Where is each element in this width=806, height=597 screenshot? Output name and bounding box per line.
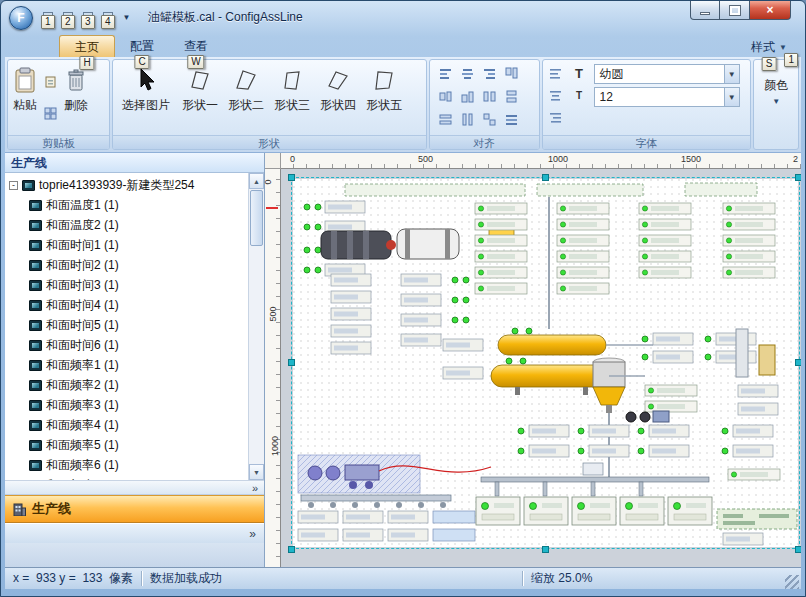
tab-home[interactable]: 主页H	[59, 35, 115, 57]
quick-access-button-1[interactable]: 1	[39, 9, 57, 27]
scada-diagram[interactable]	[293, 179, 798, 547]
shape-2-button[interactable]: 形状二	[223, 61, 269, 134]
chevron-down-icon[interactable]: ▼	[724, 88, 739, 106]
tab-view[interactable]: 查看W	[169, 35, 223, 57]
tree-item[interactable]: 和面时间3 (1)	[5, 275, 248, 295]
tree-item[interactable]: 和面频率3 (1)	[5, 395, 248, 415]
align-top-button[interactable]	[502, 64, 521, 83]
group-label-align: 对齐	[430, 135, 539, 149]
shape-1-button[interactable]: 形状一	[177, 61, 223, 134]
app-menu-button[interactable]: F	[9, 6, 33, 30]
text-align-center-button[interactable]	[546, 86, 565, 105]
tree-item[interactable]: 和面加水量 (1)	[5, 475, 248, 480]
selection-handle-top-right[interactable]	[795, 174, 801, 181]
grid-snap-button[interactable]	[502, 110, 521, 129]
scroll-track[interactable]	[249, 247, 264, 464]
selection-handle-bottom-mid[interactable]	[542, 546, 549, 553]
ribbon-group-color: 颜色 ▼	[753, 59, 799, 150]
close-icon: ×	[766, 3, 773, 17]
close-button[interactable]: ×	[749, 1, 791, 20]
align-bottom-button[interactable]	[458, 87, 477, 106]
group-label-shapes: 形状	[113, 135, 426, 149]
tree-item[interactable]: 和面频率6 (1)	[5, 455, 248, 475]
selection-handle-mid-right[interactable]	[795, 359, 801, 366]
scroll-down-button[interactable]: ▼	[249, 464, 264, 480]
quick-access-dropdown[interactable]: ▼	[119, 9, 134, 27]
color-button[interactable]: 颜色 ▼	[756, 61, 796, 148]
font-increase-button[interactable]: T	[570, 64, 589, 83]
resize-grip[interactable]	[785, 575, 799, 589]
text-align-right-button[interactable]	[546, 108, 565, 127]
align-middle-button[interactable]	[436, 87, 455, 106]
window-title: 油罐模板.cal - ConfigAssLine	[148, 9, 303, 26]
maximize-icon	[730, 6, 740, 15]
font-decrease-button[interactable]: T	[570, 86, 589, 105]
align-right-button[interactable]	[480, 64, 499, 83]
canvas-viewport[interactable]	[281, 169, 801, 567]
align-left-button[interactable]	[436, 64, 455, 83]
chevron-down-icon: ▼	[779, 43, 787, 52]
selection-handle-mid-left[interactable]	[288, 359, 295, 366]
tab-config[interactable]: 配置C	[115, 35, 169, 57]
production-line-button[interactable]: 生产线	[5, 495, 264, 523]
shape-5-button[interactable]: 形状五	[361, 61, 407, 134]
collapse-icon[interactable]: -	[9, 181, 18, 190]
ribbon-group-font: T T 幼圆 ▼ 12 ▼ 字体	[542, 59, 752, 150]
panel-options-strip[interactable]: »	[5, 523, 264, 543]
distribute-h-button[interactable]	[480, 87, 499, 106]
grid-tool-button[interactable]	[41, 104, 60, 123]
tree-item[interactable]: 和面温度1 (1)	[5, 195, 248, 215]
vertical-ruler: 0 500 1000	[265, 169, 281, 567]
quick-access-button-2[interactable]: 2	[59, 9, 77, 27]
chevron-down-icon[interactable]: ▼	[724, 65, 739, 83]
tree-item[interactable]: 和面频率1 (1)	[5, 355, 248, 375]
scada-drawing[interactable]	[293, 179, 798, 547]
font-style-tools: T T	[569, 61, 590, 134]
selection-handle-top-left[interactable]	[288, 174, 295, 181]
quick-access-button-3[interactable]: 3	[79, 9, 97, 27]
minimize-icon	[700, 12, 710, 15]
tree-item[interactable]: 和面温度2 (1)	[5, 215, 248, 235]
paste-special-button[interactable]	[41, 72, 60, 91]
panel-collapse-strip[interactable]: »	[5, 481, 264, 495]
text-align-left-button[interactable]	[546, 64, 565, 83]
font-size-combo[interactable]: 12 ▼	[594, 87, 740, 107]
tree-item[interactable]: 和面频率4 (1)	[5, 415, 248, 435]
minimize-button[interactable]	[690, 1, 720, 20]
keytip-badge: C	[134, 55, 149, 69]
align-center-button[interactable]	[458, 64, 477, 83]
shape-3-button[interactable]: 形状三	[269, 61, 315, 134]
same-width-button[interactable]	[436, 110, 455, 129]
tree-item[interactable]: 和面时间2 (1)	[5, 255, 248, 275]
font-name-combo[interactable]: 幼圆 ▼	[594, 64, 740, 84]
select-image-button[interactable]: 选择图片	[115, 61, 177, 134]
maximize-button[interactable]	[720, 1, 749, 20]
shape-4-button[interactable]: 形状四	[315, 61, 361, 134]
selection-handle-bottom-right[interactable]	[795, 546, 801, 553]
tree-item[interactable]: 和面时间5 (1)	[5, 315, 248, 335]
tree-root[interactable]: - toprie41393939-新建类型254	[5, 175, 248, 195]
distribute-v-button[interactable]	[502, 87, 521, 106]
scroll-thumb[interactable]	[250, 190, 263, 246]
keytip-badge: H	[79, 56, 94, 70]
tree-item[interactable]: 和面时间1 (1)	[5, 235, 248, 255]
keytip-badge: 1	[784, 53, 798, 67]
tree-item[interactable]: 和面频率2 (1)	[5, 375, 248, 395]
ribbon-tab-row: 主页H 配置C 查看W 样式 ▼ S 1	[5, 31, 801, 57]
building-icon	[13, 502, 26, 516]
quick-access-button-4[interactable]: 4	[99, 9, 117, 27]
delete-button[interactable]: 删除	[61, 61, 91, 134]
same-height-button[interactable]	[458, 110, 477, 129]
selection-handle-top-mid[interactable]	[542, 174, 549, 181]
screen-icon	[29, 440, 42, 451]
keytip-badge: W	[187, 55, 204, 69]
selection-handle-bottom-left[interactable]	[288, 546, 295, 553]
paste-button[interactable]: 粘贴	[10, 61, 40, 134]
tree-item[interactable]: 和面时间6 (1)	[5, 335, 248, 355]
same-size-button[interactable]	[480, 110, 499, 129]
keytip-badge: 1	[41, 15, 55, 29]
tree-item[interactable]: 和面时间4 (1)	[5, 295, 248, 315]
ruler-corner	[265, 153, 281, 169]
tree-scrollbar[interactable]: ▲ ▼	[248, 173, 264, 480]
tree-item[interactable]: 和面频率5 (1)	[5, 435, 248, 455]
